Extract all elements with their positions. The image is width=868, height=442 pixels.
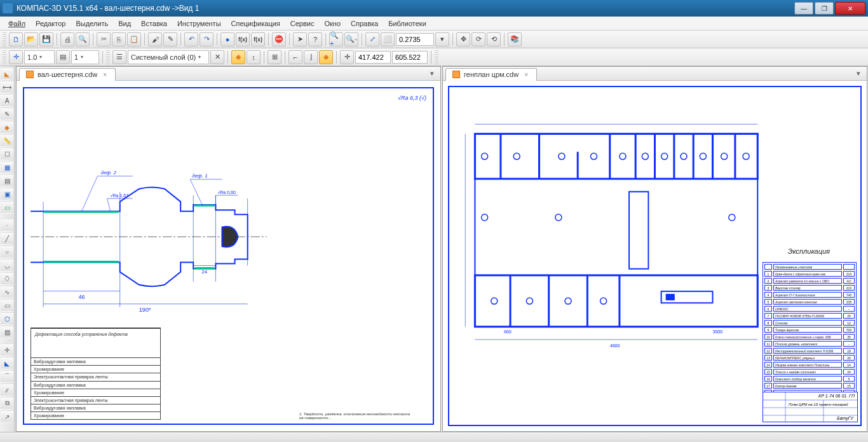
orbit-button[interactable]: ⟳ bbox=[471, 32, 485, 46]
chamfer-icon[interactable]: ◣ bbox=[1, 357, 13, 369]
dim-icon[interactable]: ⟷ bbox=[1, 81, 13, 93]
copy-button[interactable]: ⎘ bbox=[112, 32, 126, 46]
spec-icon[interactable]: ▦ bbox=[1, 161, 13, 174]
hatch-icon[interactable]: ▨ bbox=[1, 326, 13, 338]
props-button[interactable]: ✎ bbox=[163, 32, 177, 46]
tab-close-icon[interactable]: × bbox=[101, 71, 109, 78]
toolbar-grip[interactable] bbox=[3, 32, 6, 46]
coordy-input[interactable] bbox=[392, 51, 428, 64]
save-button[interactable]: 💾 bbox=[39, 32, 53, 46]
lib-button[interactable]: 📚 bbox=[508, 32, 522, 46]
menu-tools[interactable]: Инструменты bbox=[173, 18, 226, 29]
snap2-button[interactable]: ◆ bbox=[319, 50, 333, 64]
tab-dropdown[interactable]: ▾ bbox=[853, 69, 864, 78]
fillet-icon[interactable]: ⌒ bbox=[1, 370, 13, 383]
cut-button[interactable]: ✂ bbox=[97, 32, 111, 46]
new-button[interactable]: 🗋 bbox=[9, 32, 23, 46]
tab-left[interactable]: вал-шестерня.cdw × bbox=[19, 68, 116, 81]
help-cursor-button[interactable]: ? bbox=[308, 32, 322, 46]
tab-close-icon[interactable]: × bbox=[522, 71, 530, 78]
menu-help[interactable]: Справка bbox=[346, 18, 383, 29]
tab-right[interactable]: генплан црм.cdw × bbox=[445, 68, 537, 81]
layername-dropdown[interactable]: Системный слой (0) bbox=[128, 50, 209, 64]
menu-libs[interactable]: Библиотеки bbox=[384, 18, 431, 29]
angle-button[interactable]: ⌋ bbox=[304, 50, 318, 64]
svg-point-57 bbox=[482, 214, 488, 221]
svg-point-55 bbox=[721, 153, 728, 160]
paste-button[interactable]: 📋 bbox=[127, 32, 141, 46]
close-button[interactable]: ✕ bbox=[835, 2, 865, 15]
point-icon[interactable]: · bbox=[1, 219, 13, 231]
arc-icon[interactable]: ◡ bbox=[1, 259, 13, 272]
pan-button[interactable]: ✥ bbox=[456, 32, 470, 46]
preview-button[interactable]: 🔍 bbox=[76, 32, 90, 46]
layermgr-button[interactable]: ☰ bbox=[112, 50, 126, 64]
open-button[interactable]: 📂 bbox=[24, 32, 38, 46]
report-icon[interactable]: ▤ bbox=[1, 174, 13, 187]
insert-icon[interactable]: ▣ bbox=[1, 188, 13, 200]
menu-view[interactable]: Вид bbox=[114, 18, 135, 29]
text-icon[interactable]: A bbox=[1, 94, 13, 107]
grid-button[interactable]: ⊞ bbox=[268, 50, 281, 64]
edit-icon[interactable]: ✎ bbox=[1, 107, 13, 120]
window-title: КОМПАС-3D V15.1 x64 - вал-шестерня.cdw -… bbox=[17, 4, 794, 13]
maximize-button[interactable]: ❐ bbox=[815, 2, 834, 15]
vars-button[interactable]: ● bbox=[220, 32, 234, 46]
poly-icon[interactable]: ⬡ bbox=[1, 312, 13, 325]
menu-service[interactable]: Сервис bbox=[286, 18, 319, 29]
mode1-button[interactable]: ◆ bbox=[231, 50, 245, 64]
redo-button[interactable]: ↷ bbox=[200, 32, 214, 46]
circle-icon[interactable]: ○ bbox=[1, 245, 13, 258]
zoomwin-button[interactable]: ⬜ bbox=[381, 32, 395, 46]
print-button[interactable]: 🖨 bbox=[60, 32, 74, 46]
layer-clear-button[interactable]: ✕ bbox=[210, 50, 224, 64]
canvas-left[interactable]: √Ra 6,3 (√) bbox=[17, 81, 440, 431]
tab-dropdown[interactable]: ▾ bbox=[426, 69, 438, 78]
coordx-input[interactable] bbox=[355, 51, 391, 64]
svg-point-49 bbox=[590, 153, 597, 160]
menu-insert[interactable]: Вставка bbox=[137, 18, 172, 29]
ellipse-icon[interactable]: ⬯ bbox=[1, 272, 13, 285]
layer-icon[interactable]: ▤ bbox=[56, 50, 70, 64]
menu-edit[interactable]: Редактор bbox=[31, 18, 70, 29]
line-icon[interactable]: ╱ bbox=[1, 232, 13, 245]
fx2-button[interactable]: f(x) bbox=[251, 32, 265, 46]
toolbar-grip-3[interactable] bbox=[106, 50, 110, 64]
redraw-button[interactable]: ⟲ bbox=[487, 32, 501, 46]
menu-select[interactable]: Выделить bbox=[71, 18, 112, 29]
zoomin-button[interactable]: 🔍+ bbox=[329, 32, 343, 46]
menu-spec[interactable]: Спецификация bbox=[227, 18, 285, 29]
toolbar-grip-2[interactable] bbox=[3, 50, 6, 64]
select-icon[interactable]: ☐ bbox=[1, 148, 13, 160]
ortho-button[interactable]: ⌐ bbox=[288, 50, 302, 64]
arrow-button[interactable]: ➤ bbox=[293, 32, 307, 46]
collect-icon[interactable]: ⧉ bbox=[1, 397, 13, 410]
scale-dropdown[interactable]: 1.0 bbox=[24, 50, 55, 64]
minimize-button[interactable]: — bbox=[794, 2, 813, 15]
zoomfit-button[interactable]: ⤢ bbox=[365, 32, 379, 46]
undo-button[interactable]: ↶ bbox=[184, 32, 198, 46]
offset-icon[interactable]: ⫽ bbox=[1, 383, 13, 396]
fx-button[interactable]: f(x) bbox=[236, 32, 250, 46]
spline-icon[interactable]: ∿ bbox=[1, 286, 13, 298]
zoom-input[interactable] bbox=[396, 33, 434, 46]
brush-button[interactable]: 🖌 bbox=[148, 32, 162, 46]
layernum-dropdown[interactable]: 1 bbox=[71, 50, 99, 64]
rect-icon[interactable]: ▭ bbox=[1, 299, 13, 312]
axis-icon[interactable]: ✛ bbox=[1, 343, 13, 356]
param-icon[interactable]: ◆ bbox=[1, 121, 13, 134]
zoomout-button[interactable]: 🔍- bbox=[344, 32, 358, 46]
canvas-right[interactable]: 4800 600 3000 Экспликация Наименование у… bbox=[443, 81, 867, 431]
mode2-button[interactable]: ↕ bbox=[247, 50, 261, 64]
doctab-right: генплан црм.cdw × ▾ bbox=[443, 67, 867, 81]
snap-button[interactable]: ✛ bbox=[9, 50, 23, 64]
zoomdrop-button[interactable]: ▾ bbox=[435, 32, 449, 46]
toolbar-grip-4[interactable] bbox=[435, 50, 438, 64]
geom-icon[interactable]: ◣ bbox=[1, 67, 13, 80]
menu-file[interactable]: Файл bbox=[4, 18, 30, 29]
measure-icon[interactable]: 📏 bbox=[1, 134, 13, 147]
view-icon[interactable]: ▭ bbox=[1, 201, 13, 214]
extend-icon[interactable]: ↗ bbox=[1, 410, 13, 423]
menu-window[interactable]: Окно bbox=[320, 18, 345, 29]
stop-button[interactable]: ⛔ bbox=[272, 32, 286, 46]
